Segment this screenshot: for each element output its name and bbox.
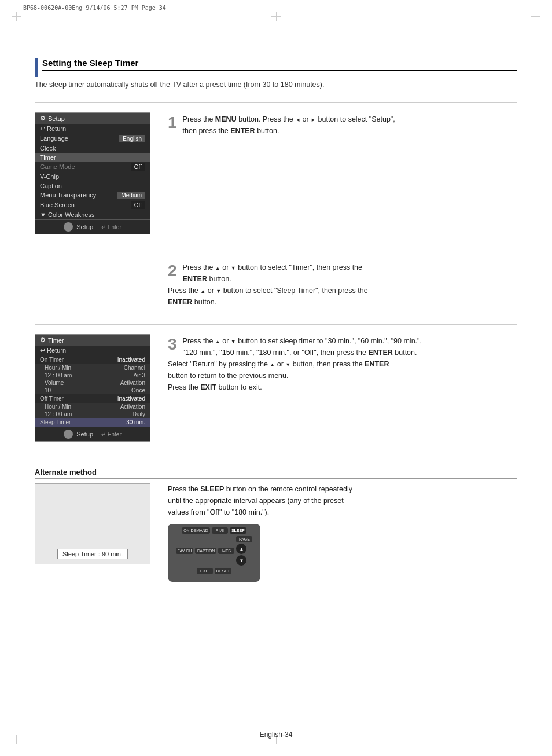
menu-language: Language English bbox=[35, 134, 150, 144]
caption-label: Caption bbox=[40, 182, 62, 189]
off-act-label: Activation bbox=[120, 403, 145, 410]
section-title: Setting the Sleep Timer bbox=[42, 58, 517, 71]
off-hour-val: 12 : 00 am bbox=[45, 411, 72, 417]
on-timer-label: On Timer bbox=[40, 357, 64, 363]
on-timer-row: On Timer Inactivated bbox=[35, 355, 150, 364]
main-content: Setting the Sleep Timer The sleep timer … bbox=[35, 58, 517, 582]
title-inner: Setting the Sleep Timer bbox=[42, 58, 517, 77]
page-number: English-34 bbox=[260, 731, 293, 739]
setup-menu-title: Setup bbox=[48, 115, 65, 122]
setup-icon: ⚙ bbox=[40, 115, 46, 122]
on-vol-act-val-row: 10 Once bbox=[35, 387, 150, 394]
page-btn[interactable]: PAGE bbox=[236, 536, 252, 542]
step-1-row: ⚙ Setup ↩ Return Language English Clock … bbox=[35, 112, 517, 234]
step-3-instruction: Press the ▲ or ▼ button to set sleep tim… bbox=[168, 335, 517, 393]
on-volume-val: 10 bbox=[45, 387, 51, 394]
on-hour-val: 12 : 00 am bbox=[45, 372, 72, 379]
title-bar-accent bbox=[35, 58, 38, 77]
page-down-btn[interactable]: ▼ bbox=[236, 555, 246, 566]
blue-screen-value: Off bbox=[131, 201, 145, 209]
step-2-row: 2 Press the ▲ or ▼ button to select "Tim… bbox=[35, 260, 517, 308]
divider-3 bbox=[35, 324, 517, 325]
menu-clock: Clock bbox=[35, 144, 150, 153]
timer-return: ↩ Return bbox=[35, 346, 150, 355]
on-activation-label: Activation bbox=[120, 380, 145, 386]
caption-btn[interactable]: CAPTION bbox=[195, 548, 216, 554]
section-subtitle: The sleep timer automatically shuts off … bbox=[35, 80, 517, 89]
corner-mark-tm bbox=[271, 12, 281, 21]
on-vol-act-row: Volume Activation bbox=[35, 379, 150, 387]
on-hour-label: Hour / Min bbox=[45, 365, 71, 371]
blue-screen-label: Blue Screen bbox=[40, 201, 75, 209]
alternate-content: Sleep Timer : 90 min. Press the SLEEP bu… bbox=[35, 483, 517, 582]
return-label: ↩ Return bbox=[40, 125, 66, 133]
step-3-row: ⚙ Timer ↩ Return On Timer Inactivated Ho… bbox=[35, 334, 517, 442]
off-timer-label: Off Timer bbox=[40, 395, 64, 402]
step-1-menu: ⚙ Setup ↩ Return Language English Clock … bbox=[35, 112, 156, 234]
sleep-screen-label: Sleep Timer : 90 min. bbox=[57, 549, 128, 559]
footer-enter-label: ↵ Enter bbox=[101, 224, 122, 230]
timer-footer-gear bbox=[64, 430, 73, 439]
on-hour-min-row: Hour / Min Channel bbox=[35, 364, 150, 372]
title-wrapper: Setting the Sleep Timer bbox=[35, 58, 517, 77]
step-1-instruction: Press the MENU button. Press the ◄ or ► … bbox=[168, 113, 517, 137]
divider-4 bbox=[35, 458, 517, 458]
off-hour-label: Hour / Min bbox=[45, 403, 71, 410]
reset-btn[interactable]: RESET bbox=[215, 568, 231, 574]
footer-gear-icon bbox=[64, 222, 73, 232]
step-number-3: 3 bbox=[168, 336, 177, 353]
pip-btn[interactable]: P I/II bbox=[212, 527, 228, 534]
step-3-menu: ⚙ Timer ↩ Return On Timer Inactivated Ho… bbox=[35, 334, 156, 442]
mts-btn[interactable]: MTS bbox=[218, 548, 234, 554]
step-2-instruction: Press the ▲ or ▼ button to select "Timer… bbox=[168, 262, 517, 308]
on-activation-val: Once bbox=[131, 387, 145, 394]
divider-2 bbox=[35, 251, 517, 251]
remote-control: ON DEMAND P I/II SLEEP FAV CH CAPTION MT… bbox=[168, 524, 260, 582]
divider-1 bbox=[35, 102, 517, 103]
remote-area: ON DEMAND P I/II SLEEP FAV CH CAPTION MT… bbox=[168, 524, 517, 582]
menu-caption: Caption bbox=[35, 181, 150, 190]
game-mode-label: Game Mode bbox=[40, 163, 75, 171]
timer-footer-enter: ↵ Enter bbox=[101, 431, 122, 438]
corner-mark-tr bbox=[531, 12, 540, 21]
timer-menu-header: ⚙ Timer bbox=[35, 335, 150, 346]
corner-mark-tl bbox=[12, 12, 21, 21]
menu-vchip: V-Chip bbox=[35, 172, 150, 181]
page-up-btn[interactable]: ▲ bbox=[236, 544, 246, 554]
sleep-timer-row: Sleep Timer 30 min. bbox=[35, 418, 150, 427]
off-hour-act-row: Hour / Min Activation bbox=[35, 403, 150, 410]
game-mode-value: Off bbox=[131, 163, 145, 171]
language-label: Language bbox=[40, 135, 68, 142]
remote-row-1: ON DEMAND P I/II SLEEP bbox=[182, 527, 246, 534]
timer-menu-box: ⚙ Timer ↩ Return On Timer Inactivated Ho… bbox=[35, 334, 150, 442]
sleep-timer-label: Sleep Timer bbox=[40, 419, 71, 425]
transparency-label: Menu Transparency bbox=[40, 192, 96, 199]
remote-row-2: FAV CH CAPTION MTS PAGE ▲ ▼ bbox=[176, 536, 253, 566]
on-hour-val-row: 12 : 00 am Air 3 bbox=[35, 372, 150, 379]
off-timer-row: Off Timer Inactivated bbox=[35, 394, 150, 403]
menu-game-mode: Game Mode Off bbox=[35, 162, 150, 172]
fav-ch-btn[interactable]: FAV CH bbox=[176, 548, 194, 554]
menu-color-weakness: ▼ Color Weakness bbox=[35, 210, 150, 219]
clock-label: Clock bbox=[40, 145, 56, 152]
on-demand-btn[interactable]: ON DEMAND bbox=[182, 527, 210, 534]
setup-menu-header: ⚙ Setup bbox=[35, 113, 150, 124]
setup-menu-box: ⚙ Setup ↩ Return Language English Clock … bbox=[35, 112, 150, 234]
sleep-btn[interactable]: SLEEP bbox=[230, 527, 246, 534]
page-nav-group: PAGE ▲ ▼ bbox=[236, 536, 252, 566]
timer-menu-title: Timer bbox=[48, 337, 64, 344]
on-timer-value: Inactivated bbox=[117, 357, 145, 363]
language-value: English bbox=[119, 135, 145, 142]
timer-icon: ⚙ bbox=[40, 336, 46, 344]
exit-btn[interactable]: EXIT bbox=[197, 568, 213, 574]
step-2-text: 2 Press the ▲ or ▼ button to select "Tim… bbox=[168, 260, 517, 308]
alternate-section: Alternate method Sleep Timer : 90 min. P… bbox=[35, 468, 517, 582]
corner-mark-bl bbox=[12, 735, 21, 744]
on-channel-label: Channel bbox=[124, 365, 145, 371]
sleep-timer-val: 30 min. bbox=[126, 419, 145, 425]
menu-timer: Timer bbox=[35, 153, 150, 162]
alt-text-remote: Press the SLEEP button on the remote con… bbox=[168, 483, 517, 582]
page-header: BP68-00620A-00Eng 9/14/06 5:27 PM Page 3… bbox=[23, 5, 166, 11]
footer-setup-label: Setup bbox=[76, 223, 93, 230]
menu-transparency: Menu Transparency Medium bbox=[35, 190, 150, 200]
